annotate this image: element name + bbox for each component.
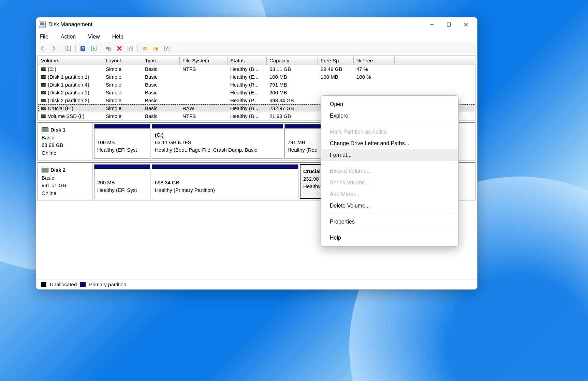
col-pctfree[interactable]: % Free [354,56,395,65]
disk-type: Basic [42,174,89,182]
volume-icon [41,115,46,118]
volume-type: Basic [142,73,180,81]
show-hide-tree-button[interactable] [64,44,73,52]
forward-button[interactable] [49,44,58,52]
volume-name: (Disk 1 partition 4) [48,82,89,88]
volume-type: Basic [142,112,180,120]
rescan-button[interactable] [104,44,113,52]
disk-info[interactable]: Disk 2Basic931.51 GBOnline [38,163,93,200]
svg-rect-13 [128,46,133,51]
volume-status: Healthy (P... [227,96,267,104]
partition-status: Healthy (Primary Partition) [155,186,295,194]
menu-view[interactable]: View [88,34,104,40]
volume-fs: NTFS [180,112,227,120]
volume-layout: Simple [103,81,142,89]
refresh-button[interactable] [89,44,98,52]
menubar: File Action View Help [36,32,477,43]
help-button[interactable]: ? [78,44,87,52]
folder-up-button[interactable] [141,44,149,52]
disk-capacity: 931.51 GB [42,182,89,189]
cm-format[interactable]: Format... [321,149,458,161]
folder-search-button[interactable] [151,44,160,52]
partition[interactable]: 100 MBHealthy (EFI Syst [94,124,150,159]
volume-row[interactable]: (C:)SimpleBasicNTFSHealthy (B...63.11 GB… [38,65,475,73]
legend-unallocated-swatch [41,282,46,287]
volume-name: (C:) [48,66,56,72]
partition-size: 200 MB [97,179,147,186]
delete-button[interactable] [115,44,124,52]
maximize-button[interactable] [440,19,457,30]
volume-icon [41,99,46,102]
menu-action[interactable]: Action [61,34,80,40]
cm-change-letter[interactable]: Change Drive Letter and Paths... [321,138,458,149]
disk-type: Basic [42,134,89,142]
toolbar: ? [36,43,477,54]
minimize-button[interactable] [423,19,440,30]
close-button[interactable] [457,19,474,30]
col-type[interactable]: Type [142,56,180,65]
menu-help[interactable]: Help [112,34,128,40]
cm-delete[interactable]: Delete Volume... [321,200,458,212]
volume-fs [180,81,227,89]
volume-fs [180,96,227,104]
col-filesystem[interactable]: File System [180,56,227,65]
svg-text:?: ? [82,46,84,51]
volume-row[interactable]: (Disk 1 partition 1)SimpleBasicHealthy (… [38,73,475,81]
col-status[interactable]: Status [227,56,267,65]
volume-capacity: 200 MB [267,89,318,96]
volume-capacity: 100 MB [267,73,318,81]
volume-name: (Disk 1 partition 1) [48,74,89,80]
volume-icon [41,107,46,110]
partition-size: 698.34 GB [155,179,295,186]
cm-properties[interactable]: Properties [321,216,458,228]
partition-status: Healthy (EFI Syst [97,186,147,194]
volume-type: Basic [142,81,180,89]
volume-status: Healthy (R... [227,81,267,89]
volume-fs [180,73,227,81]
context-menu: Open Explore Mark Partition as Active Ch… [321,95,459,247]
svg-rect-4 [66,46,71,51]
partition-status: Healthy (EFI Syst [97,146,147,154]
volume-name: (Disk 2 partition 1) [48,90,89,95]
volume-status: Healthy (B... [227,112,267,120]
disk-info[interactable]: Disk 1Basic63.98 GBOnline [38,123,93,160]
volume-capacity: 791 MB [267,81,318,89]
volume-icon [41,67,46,71]
disk-status: Online [42,149,89,157]
volume-layout: Simple [103,112,142,120]
settings-button[interactable] [162,44,171,52]
back-button[interactable] [38,44,47,52]
volume-row[interactable]: (Disk 1 partition 4)SimpleBasicHealthy (… [38,81,475,89]
col-volume[interactable]: Volume [38,56,103,65]
cm-help[interactable]: Help [321,232,458,244]
col-capacity[interactable]: Capacity [267,56,318,65]
properties-button[interactable] [126,44,135,52]
col-freespace[interactable]: Free Sp... [318,56,354,65]
partition[interactable]: 698.34 GBHealthy (Primary Partition) [152,164,298,199]
col-layout[interactable]: Layout [103,56,142,65]
volume-layout: Simple [103,104,142,112]
volume-fs: RAW [180,104,227,112]
volume-fs: NTFS [180,65,227,73]
volume-layout: Simple [103,65,142,73]
disk-status: Online [42,189,89,197]
disk-icon [42,127,48,132]
volume-status: Healthy (E... [227,89,267,96]
titlebar[interactable]: Disk Management [36,17,477,32]
volume-capacity: 21.98 GB [267,112,318,120]
svg-rect-1 [447,23,451,26]
cm-explore[interactable]: Explore [321,110,458,122]
legend: Unallocated Primary partition [38,279,476,289]
cm-open[interactable]: Open [321,98,458,110]
partition[interactable]: (C:)63.11 GB NTFSHealthy (Boot, Page Fil… [152,124,283,159]
volume-pctfree [354,81,395,89]
partition[interactable]: 200 MBHealthy (EFI Syst [94,164,150,199]
legend-unallocated-label: Unallocated [50,281,77,287]
cm-mark-active: Mark Partition as Active [321,126,458,138]
volume-free: 29.49 GB [318,65,354,73]
volume-pctfree: 47 % [354,65,395,73]
volume-status: Healthy (E... [227,73,267,81]
volume-free [318,81,354,89]
volume-layout: Simple [103,89,142,96]
menu-file[interactable]: File [40,34,53,40]
